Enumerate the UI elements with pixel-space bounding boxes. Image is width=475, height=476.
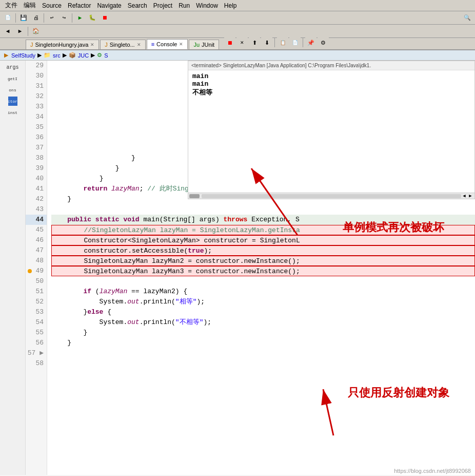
menu-file[interactable]: 文件 [2,0,21,11]
menu-bar: 文件 编辑 Source Refactor Navigate Search Pr… [0,0,475,11]
editor-container: <terminated> SingletonLazyMan [Java Appl… [26,61,475,475]
tab-console[interactable]: ≡ Console ✕ [147,39,188,49]
line-47: 47 [26,245,47,256]
console-scroll-top[interactable]: ⬆ [249,37,260,48]
line-36: 36 [26,132,47,143]
line-45: 45 [26,225,47,235]
console-panel: <terminated> SingletonLazyMan [Java Appl… [188,61,475,199]
save-btn[interactable]: 💾 [18,12,29,24]
line-55: 55 [26,328,47,338]
breadcrumb: ▶ SelfStudy ▶ 📁 src ▶ 📦 JUC ▶ ⚙ S [0,50,475,61]
code-line-52: System.out.println("相等"); [51,297,475,307]
line-35: 35 [26,122,47,132]
new-btn[interactable]: 📄 [2,12,13,24]
code-line-57 [51,348,475,358]
tab-singleton[interactable]: J Singleto... ✕ [100,40,145,49]
console-paste-btn[interactable]: 📄 [289,37,301,48]
watermark: https://blog.csdn.net/jt8992068 [394,468,471,474]
home-btn[interactable]: 🏠 [30,26,42,37]
console-terminate-btn[interactable]: ⏹ [224,37,235,48]
debug-btn[interactable]: 🐛 [87,12,98,24]
menu-project[interactable]: Project [150,1,175,10]
console-terminated-path: <terminated> SingletonLazyMan [Java Appl… [188,61,474,70]
undo-btn[interactable]: ↩ [46,12,57,24]
line-57: 57 ▶ [26,348,47,358]
back-btn[interactable]: ◀ [2,26,13,37]
line-38: 38 [26,153,47,163]
line-54: 54 [26,317,47,328]
menu-window[interactable]: Window [193,1,221,10]
tab-singleton-hungry[interactable]: J SingletonHungry.java ✕ [26,40,99,49]
line-33: 33 [26,102,47,112]
line-48: 48 [26,256,47,266]
line-32: 32 [26,91,47,102]
menu-search[interactable]: Search [125,1,150,10]
tab-close-hungry[interactable]: ✕ [90,42,94,47]
console-clear-btn[interactable]: ✕ [236,37,248,48]
java-icon2: J [105,42,108,48]
console-settings-btn[interactable]: ⚙ [318,37,329,48]
print-btn[interactable]: 🖨 [30,12,42,24]
console-copy-btn[interactable]: 📋 [277,37,288,48]
line-29: 29 [26,61,47,71]
secondary-toolbar: ◀ ▶ 🏠 [0,25,475,38]
tab-label-singleton: Singleto... [110,42,135,48]
menu-edit[interactable]: 编辑 [21,0,39,11]
tab-label-junit: JUnit [202,42,214,48]
breadcrumb-class[interactable]: S [104,52,108,59]
stop-btn[interactable]: ⏹ [99,12,110,24]
console-output[interactable]: main main 不相等 [188,70,474,193]
tab-close-singleton[interactable]: ✕ [137,42,141,47]
redo-btn[interactable]: ↪ [58,12,70,24]
breadcrumb-icon: ▶ [4,52,8,59]
menu-navigate[interactable]: Navigate [94,1,124,10]
console-pin-btn[interactable]: 📌 [305,37,316,48]
sep2 [44,13,44,23]
code-line-56: } [51,338,475,348]
console-scroll-bottom[interactable]: ⬇ [261,37,272,48]
main-toolbar: 📄 💾 🖨 ↩ ↪ ▶ 🐛 ⏹ 🔍 [0,11,475,25]
sep4 [28,27,28,36]
line-53: 53 [26,307,47,317]
line-42: 42 [26,194,47,204]
forward-btn[interactable]: ▶ [14,26,26,37]
gutter-icon-1[interactable]: args [8,63,17,72]
code-line-47: constructor.setAccessible(true); [51,245,475,256]
line-numbers: 29 30 31 32 33 34 35 36 37 38 39 40 41 4… [26,61,47,475]
line-34: 34 [26,112,47,122]
menu-source[interactable]: Source [39,1,65,10]
line-44: 44 [26,215,47,225]
line-58: 58 [26,358,47,369]
line-39: 39 [26,163,47,174]
line-30: 30 [26,71,47,81]
tab-close-console[interactable]: ✕ [179,42,183,47]
code-line-55: } [51,328,475,338]
breadcrumb-juc[interactable]: JUC [78,52,89,59]
run-btn[interactable]: ▶ [74,12,86,24]
console-line-1: main [192,72,470,80]
menu-refactor[interactable]: Refactor [65,1,94,10]
top-annotation-text: 单例模式再次被破坏 [343,220,444,235]
left-gutter: args getI ons ctor inst [0,61,26,475]
editor-tab-bar: J SingletonHungry.java ✕ J Singleto... ✕… [0,38,475,50]
line-49: 49 [26,266,47,276]
code-line-51: if (lazyMan == lazyMan2) { [51,287,475,297]
scrollbar-track[interactable] [202,194,461,198]
breadcrumb-study[interactable]: SelfStudy [11,52,35,59]
breadcrumb-juc-icon: 📦 [69,52,76,59]
gutter-icon-3[interactable]: ons [8,85,17,94]
menu-run[interactable]: Run [175,1,193,10]
menu-help[interactable]: Help [221,1,240,10]
breadcrumb-src[interactable]: src [53,52,61,59]
tab-label-console: Console [156,41,177,47]
sep1 [15,13,16,23]
search-icon[interactable]: 🔍 [462,12,473,24]
line-51: 51 [26,287,47,297]
tab-junit[interactable]: Ju JUnit [189,40,219,49]
sep5 [274,38,275,47]
gutter-icon-2[interactable]: getI [8,74,17,83]
gutter-icon-4[interactable]: ctor [8,97,17,106]
console-scrollbar[interactable]: ◀ ▶ [188,193,474,199]
gutter-icon-5[interactable]: inst [8,108,17,117]
line-41: 41 [26,184,47,194]
